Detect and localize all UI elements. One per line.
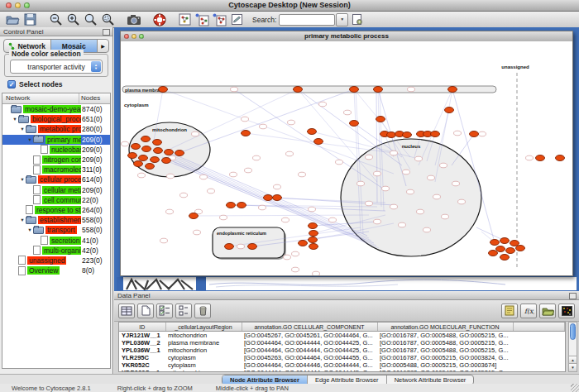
network-node-colored[interactable] — [153, 140, 162, 146]
network-edge[interactable] — [234, 89, 385, 190]
import-attributes-icon[interactable] — [539, 304, 556, 318]
table-cell[interactable] — [513, 354, 565, 361]
network-node-colored[interactable] — [490, 240, 500, 246]
network-node-colored[interactable] — [374, 87, 383, 93]
network-node-colored[interactable] — [189, 213, 199, 219]
network-node-colored[interactable] — [350, 121, 359, 127]
network-node-unselected[interactable] — [237, 244, 245, 249]
network-node-unselected[interactable] — [433, 194, 441, 199]
network-node-colored[interactable] — [403, 132, 412, 138]
network-node-colored[interactable] — [516, 246, 525, 251]
table-cell[interactable]: YJR121W__1 — [119, 332, 165, 340]
table-cell[interactable] — [513, 332, 565, 340]
table-cell[interactable] — [513, 347, 565, 354]
table-cell[interactable]: YKR052C — [119, 361, 165, 369]
network-node-unselected[interactable] — [399, 222, 406, 227]
table-scrollbar[interactable]: ▲ ▼ — [568, 322, 577, 372]
zoom-in-icon[interactable] — [65, 12, 82, 27]
table-column-header[interactable]: _cellularLayoutRegion — [165, 323, 242, 332]
overview-icon[interactable] — [176, 12, 194, 27]
open-file-icon[interactable] — [4, 12, 22, 27]
network-node-colored[interactable] — [314, 139, 323, 145]
table-cell[interactable]: [GO:0016787, GO:0005488, GO:0005215, G..… — [377, 332, 513, 340]
network-node-unselected[interactable] — [242, 117, 249, 122]
network-node-unselected[interactable] — [329, 218, 337, 222]
attribute-table[interactable]: ID_cellularLayoutRegionannotation.GO CEL… — [118, 322, 566, 372]
network-node-unselected[interactable] — [440, 163, 447, 168]
network-node-colored[interactable] — [165, 150, 174, 155]
expand-arrow-icon[interactable]: ▼ — [19, 177, 26, 182]
network-node-unselected[interactable] — [230, 172, 237, 177]
network-node-unselected[interactable] — [366, 201, 373, 206]
save-session-icon[interactable] — [22, 12, 39, 27]
annotation-icon[interactable] — [228, 12, 246, 27]
network-node-colored[interactable] — [273, 195, 282, 201]
network-node-colored[interactable] — [139, 155, 148, 161]
network-node-colored[interactable] — [448, 87, 457, 93]
tree-row[interactable]: multi-organism process42(0) — [2, 246, 110, 256]
tree-row[interactable]: mosaic-demo-yeast874(0) — [2, 104, 110, 114]
network-node-unselected[interactable] — [417, 209, 424, 214]
table-column-header[interactable]: annotation.GO MOLECULAR_FUNCTION — [377, 323, 513, 332]
network-node-unselected[interactable] — [160, 238, 168, 243]
network-node-colored[interactable] — [134, 161, 143, 167]
snapshot-icon[interactable] — [125, 12, 142, 27]
network-canvas[interactable]: plasma membranecytoplasmmitochondrionnuc… — [121, 41, 572, 275]
table-cell[interactable]: YPL036W__1 — [119, 347, 165, 354]
table-cell[interactable]: [GO:0044464, GO:0044446, GO:0044444, G..… — [242, 361, 377, 369]
network-node-unselected[interactable] — [428, 175, 435, 180]
network-node-unselected[interactable] — [167, 174, 175, 179]
network-view-window[interactable]: primary metabolic process plasma membran… — [120, 31, 573, 276]
network-node-unselected[interactable] — [442, 214, 449, 219]
network-node-colored[interactable] — [128, 153, 137, 159]
help-icon[interactable] — [151, 12, 168, 27]
network-node-colored[interactable] — [294, 87, 303, 93]
network-node-colored[interactable] — [175, 151, 184, 156]
network-node-colored[interactable] — [536, 155, 545, 161]
network-node-unselected[interactable] — [403, 170, 410, 174]
network-edge[interactable] — [298, 89, 402, 165]
network-node-unselected[interactable] — [292, 267, 299, 272]
network-node-unselected[interactable] — [390, 204, 398, 209]
table-cell[interactable]: [GO:0016787, GO:0005488, GO:0005215, G..… — [377, 347, 513, 354]
network-node-colored[interactable] — [309, 223, 318, 229]
network-node-unselected[interactable] — [479, 131, 486, 136]
network-node-unselected[interactable] — [452, 181, 460, 186]
table-cell[interactable]: plasma membrane — [165, 339, 242, 347]
network-node-unselected[interactable] — [245, 168, 252, 173]
expand-arrow-icon[interactable]: ▼ — [26, 137, 33, 142]
tree-row[interactable]: nitrogen compound metabolic209(0) — [2, 155, 110, 165]
close-view-icon[interactable] — [124, 34, 129, 39]
expand-arrow-icon[interactable]: ▼ — [26, 227, 33, 232]
network-node-colored[interactable] — [248, 244, 257, 250]
network-edge[interactable] — [194, 215, 369, 216]
network-node-unselected[interactable] — [208, 189, 215, 194]
table-cell[interactable]: [GO:0016787, GO:0005215, GO:0003824, G..… — [377, 354, 513, 361]
expand-arrow-icon[interactable]: ▼ — [19, 218, 26, 222]
network-edge[interactable] — [179, 89, 354, 153]
table-row[interactable]: YJR121W__1mitochondrion[GO:0045267, GO:0… — [119, 332, 565, 340]
network-node-colored[interactable] — [225, 244, 234, 250]
heatmap-icon[interactable] — [558, 304, 575, 318]
zoom-selected-icon[interactable] — [99, 12, 117, 27]
network-node-unselected[interactable] — [200, 174, 208, 179]
network-node-unselected[interactable] — [454, 131, 462, 136]
network-node-unselected[interactable] — [220, 215, 227, 220]
network-node-unselected[interactable] — [122, 141, 129, 146]
tree-row[interactable]: ▼cellular process614(0) — [2, 174, 110, 184]
tree-column-network[interactable]: Network — [2, 93, 79, 103]
network-node-unselected[interactable] — [284, 255, 291, 260]
node-color-dropdown[interactable]: transporter activity ▲▼ — [10, 60, 103, 74]
network-node-unselected[interactable] — [374, 219, 381, 224]
attribute-editor-icon[interactable] — [501, 304, 518, 318]
tree-row[interactable]: unassigned223(0) — [2, 256, 110, 265]
table-cell[interactable]: [GO:0044464, GO:0044444, GO:0044425, G..… — [242, 347, 377, 354]
close-window-icon[interactable] — [6, 2, 12, 8]
network-node-unselected[interactable] — [253, 155, 261, 160]
tree-row[interactable]: ▼primary metabolic process209(0) — [2, 135, 110, 145]
table-column-header[interactable]: annotation.GO CELLULAR_COMPONENT — [242, 323, 377, 332]
tree-row[interactable]: Overview8(0) — [2, 265, 110, 275]
search-options-icon[interactable] — [348, 12, 366, 27]
table-cell[interactable] — [513, 339, 565, 347]
layout-b-icon[interactable] — [211, 12, 228, 27]
